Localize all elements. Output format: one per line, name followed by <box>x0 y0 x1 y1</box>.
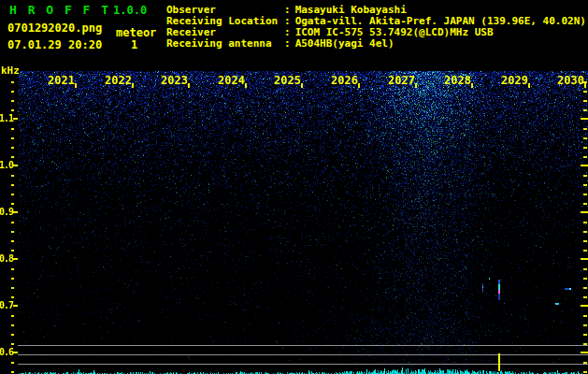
x-tick-label: 2030 <box>556 75 584 87</box>
tick-mark <box>583 287 587 289</box>
tick-mark <box>583 278 587 280</box>
output-filename: 0701292020.png <box>7 22 102 35</box>
tick-mark <box>11 324 14 326</box>
tick-mark <box>13 211 18 213</box>
tick-mark <box>528 83 530 88</box>
tick-mark <box>11 240 14 242</box>
tick-mark <box>11 231 14 233</box>
tick-mark <box>581 165 588 166</box>
y-tick-label: 0.6 <box>0 347 13 358</box>
tick-mark <box>358 83 360 88</box>
y-tick-label: 0.8 <box>0 253 13 265</box>
tick-mark <box>583 81 587 83</box>
tick-mark <box>581 305 588 307</box>
tick-mark <box>583 240 587 242</box>
tick-mark <box>11 371 14 373</box>
tick-mark <box>11 109 14 111</box>
observation-datetime: 07.01.29 20:20 <box>7 38 102 51</box>
tick-mark <box>13 305 18 307</box>
tick-mark <box>11 184 14 186</box>
tick-mark <box>583 268 587 270</box>
tick-mark <box>583 156 587 158</box>
y-tick-label: 1.1 <box>0 113 13 124</box>
tick-mark <box>583 222 587 223</box>
tick-mark <box>583 250 587 252</box>
tick-mark <box>75 83 77 88</box>
tick-mark <box>11 287 14 289</box>
x-tick-label: 2028 <box>443 75 471 87</box>
x-tick-label: 2024 <box>217 75 245 87</box>
tick-mark <box>415 83 417 88</box>
tick-mark <box>584 83 586 88</box>
tick-mark <box>11 194 14 195</box>
tick-mark <box>11 81 14 83</box>
tick-mark <box>583 128 587 130</box>
x-tick-label: 2025 <box>273 75 301 87</box>
tick-mark <box>11 250 14 252</box>
tick-mark <box>301 83 303 88</box>
x-tick-label: 2029 <box>500 75 528 87</box>
tick-mark <box>583 109 587 111</box>
tick-mark <box>583 137 587 139</box>
tick-mark <box>11 315 14 317</box>
tick-mark <box>581 352 588 353</box>
tick-mark <box>11 203 14 205</box>
strip-separator-line <box>18 354 588 355</box>
tick-mark <box>583 371 587 373</box>
tick-mark <box>13 352 18 353</box>
tick-mark <box>11 278 14 280</box>
y-tick-label: 1.0 <box>0 160 13 171</box>
y-tick-label: 0.9 <box>0 207 13 218</box>
x-tick-label: 2023 <box>160 75 188 87</box>
tick-mark <box>583 296 587 298</box>
tick-mark <box>11 100 14 102</box>
tick-mark <box>13 118 18 120</box>
tick-mark <box>11 362 14 364</box>
hrofft-screenshot: { "header": { "app_title": "H R O F F T"… <box>0 0 588 374</box>
tick-mark <box>11 334 14 336</box>
tick-mark <box>583 175 587 177</box>
tick-mark <box>583 91 587 93</box>
x-tick-label: 2021 <box>47 75 75 87</box>
tick-mark <box>583 334 587 336</box>
y-tick-label: 0.7 <box>0 300 13 311</box>
y-axis-unit-label: kHz <box>1 65 20 77</box>
x-tick-label: 2022 <box>104 75 132 87</box>
tick-mark <box>11 343 14 345</box>
tick-mark <box>11 156 14 158</box>
tick-mark <box>245 83 247 88</box>
tick-mark <box>583 203 587 205</box>
tick-mark <box>11 222 14 223</box>
tick-mark <box>13 258 18 260</box>
tick-mark <box>11 175 14 177</box>
tick-mark <box>11 268 14 270</box>
spectrogram-canvas <box>18 71 588 374</box>
tick-mark <box>583 100 587 102</box>
tick-mark <box>581 211 588 213</box>
tick-mark <box>11 91 14 93</box>
tick-mark <box>11 128 14 130</box>
tick-mark <box>583 147 587 149</box>
tick-mark <box>583 315 587 317</box>
tick-mark <box>583 362 587 364</box>
x-tick-label: 2027 <box>387 75 415 87</box>
tick-mark <box>11 147 14 149</box>
tick-mark <box>583 184 587 186</box>
tick-mark <box>11 137 14 139</box>
strip-separator-line <box>18 345 588 346</box>
tick-mark <box>11 296 14 298</box>
tick-mark <box>583 324 587 326</box>
app-version: 1.0.0 <box>113 4 147 17</box>
tick-mark <box>188 83 190 88</box>
tick-mark <box>583 343 587 345</box>
tick-mark <box>132 83 134 88</box>
info-label: Receiving antenna <box>166 37 284 50</box>
tick-mark <box>583 231 587 233</box>
tick-mark <box>13 165 18 166</box>
tick-mark <box>583 194 587 195</box>
strip-separator-line <box>18 364 588 365</box>
info-row-antenna: Receiving antenna:A504HB(yagi 4el) <box>166 37 394 50</box>
tick-mark <box>471 83 473 88</box>
x-tick-label: 2026 <box>330 75 358 87</box>
tick-mark <box>581 118 588 120</box>
